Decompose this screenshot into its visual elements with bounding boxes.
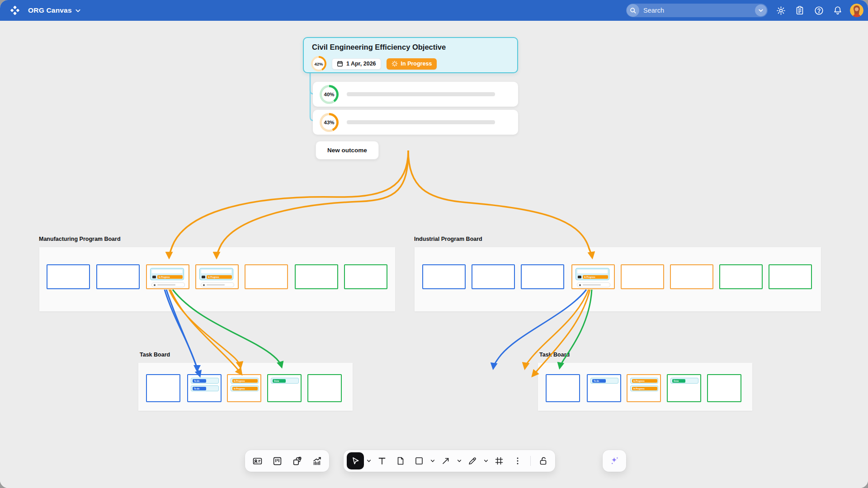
program-card[interactable] <box>422 264 466 289</box>
app-window: ORG Canvas <box>0 0 868 488</box>
search-icon <box>627 4 639 17</box>
square-icon <box>414 456 424 466</box>
outcome-card[interactable]: 43% <box>313 110 518 135</box>
program-card[interactable] <box>295 264 338 289</box>
program-card[interactable]: In Progress <box>146 264 189 289</box>
ai-sparkles-icon <box>609 455 620 466</box>
ai-assistant-button[interactable] <box>606 452 623 469</box>
mini-task-row <box>577 282 610 287</box>
help-button[interactable] <box>812 4 826 17</box>
cursor-tool-selected[interactable] <box>347 452 364 469</box>
program-card[interactable] <box>670 264 713 289</box>
search-input[interactable] <box>639 7 755 14</box>
task-card[interactable]: In Progress In Progress <box>227 374 261 402</box>
frame-tool[interactable] <box>491 452 508 469</box>
outcome-progress-ring: 40% <box>320 85 339 104</box>
task-item: Done <box>271 378 299 384</box>
objective-due-date[interactable]: 1 Apr, 2026 <box>332 58 381 70</box>
whiteboard-canvas[interactable]: Civil Engineering Efficiency Objective 4… <box>0 21 868 488</box>
kanban-board-icon <box>272 456 283 466</box>
task-card[interactable]: Done <box>267 374 302 402</box>
pen-tool[interactable] <box>464 452 481 469</box>
bell-icon <box>833 5 843 15</box>
program-card[interactable] <box>245 264 288 289</box>
objective-to-program-arrows <box>169 150 592 258</box>
task-item: Done <box>670 378 698 384</box>
task-card[interactable] <box>707 374 741 402</box>
program-card[interactable] <box>719 264 763 289</box>
settings-button[interactable] <box>774 4 788 17</box>
chart-icon <box>312 456 322 466</box>
task-card[interactable]: To do To do <box>187 374 222 402</box>
chevron-down-icon <box>75 8 81 14</box>
program-card[interactable]: In Progress <box>571 264 615 289</box>
notes-button[interactable] <box>793 4 807 17</box>
program-card[interactable] <box>621 264 664 289</box>
pen-tool-options[interactable] <box>482 452 489 469</box>
chevron-down-icon <box>457 459 462 463</box>
mini-feature-card: In Progress <box>150 268 184 280</box>
task-card[interactable] <box>307 374 342 402</box>
task-board-right-label: Task Board <box>539 352 570 358</box>
task-item: To do <box>590 378 618 384</box>
blocks-tool[interactable] <box>288 452 306 469</box>
program-card[interactable]: In Progress <box>195 264 239 289</box>
task-item: To do <box>191 385 219 391</box>
search-bar[interactable] <box>626 4 768 17</box>
dots-vertical-icon <box>513 456 523 466</box>
app-logo-icon[interactable] <box>8 4 22 17</box>
cursor-icon <box>351 456 360 465</box>
program-card[interactable] <box>472 264 515 289</box>
program-card[interactable] <box>344 264 387 289</box>
connector-arrows <box>0 0 868 488</box>
program-card[interactable] <box>96 264 140 289</box>
objective-title: Civil Engineering Efficiency Objective <box>312 43 446 52</box>
canvas-title-menu[interactable]: ORG Canvas <box>28 6 81 14</box>
blocks-icon <box>292 456 302 466</box>
arrow-up-right-icon <box>441 456 451 466</box>
task-card[interactable] <box>546 374 580 402</box>
objective-card[interactable]: Civil Engineering Efficiency Objective 4… <box>303 37 518 73</box>
chart-tool[interactable] <box>308 452 326 469</box>
gear-icon <box>776 5 786 16</box>
id-card-tool[interactable] <box>249 452 266 469</box>
kanban-board-tool[interactable] <box>269 452 286 469</box>
outcome-progress-ring: 43% <box>320 113 339 132</box>
outcome-placeholder-bar <box>347 92 495 96</box>
notifications-button[interactable] <box>831 4 844 17</box>
industrial-board-label: Industrial Program Board <box>414 236 482 242</box>
toolbar-templates-group <box>245 450 329 472</box>
task-card[interactable]: In Progress In Progress <box>627 374 661 402</box>
objective-status-badge[interactable]: In Progress <box>387 58 437 70</box>
connector-tool-options[interactable] <box>456 452 462 469</box>
search-options-button[interactable] <box>755 5 767 16</box>
shape-tool[interactable] <box>410 452 428 469</box>
unlocked-padlock-icon <box>538 456 548 466</box>
outcome-card[interactable]: 40% <box>313 82 518 107</box>
pen-icon <box>467 456 477 466</box>
program-card[interactable] <box>521 264 564 289</box>
task-card[interactable]: Done <box>667 374 701 402</box>
toolbar-tools-group <box>344 450 555 472</box>
shape-tool-options[interactable] <box>429 452 436 469</box>
task-item: In Progress <box>231 385 259 391</box>
new-outcome-button[interactable]: New outcome <box>316 141 379 160</box>
task-item: In Progress <box>231 378 259 384</box>
program-card[interactable] <box>769 264 812 289</box>
mini-feature-card: In Progress <box>199 268 233 280</box>
document-tool[interactable] <box>392 452 409 469</box>
task-card[interactable] <box>146 374 180 402</box>
mini-task-row <box>151 282 185 287</box>
text-tool[interactable] <box>373 452 391 469</box>
cursor-tool-options[interactable] <box>365 452 372 469</box>
toolbar-divider <box>530 456 531 466</box>
more-tools[interactable] <box>509 452 526 469</box>
task-card[interactable]: To do <box>587 374 621 402</box>
connector-tool[interactable] <box>437 452 454 469</box>
program-card[interactable] <box>47 264 90 289</box>
user-avatar[interactable] <box>850 4 863 17</box>
lock-tool[interactable] <box>535 452 552 469</box>
task-item: To do <box>191 378 219 384</box>
chevron-down-icon <box>484 459 488 463</box>
calendar-icon <box>337 61 343 67</box>
